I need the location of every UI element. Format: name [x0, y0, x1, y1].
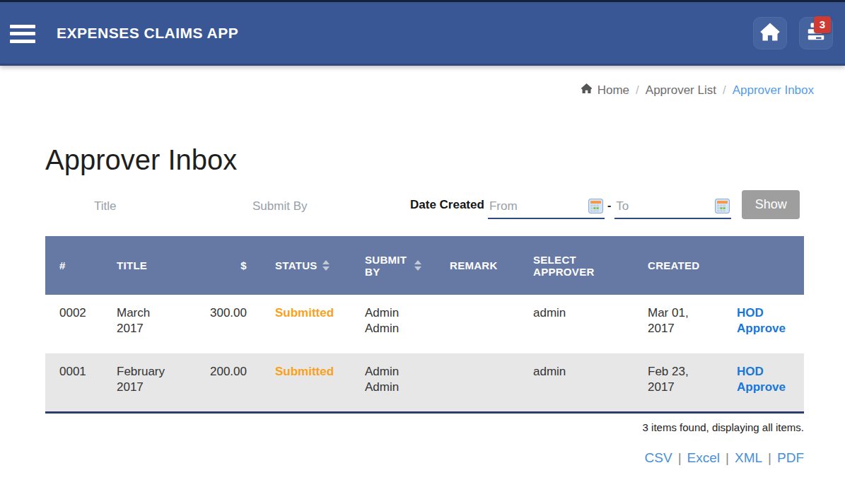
- filter-bar: Date Created -: [93, 190, 804, 219]
- col-header-status[interactable]: STATUS: [261, 236, 351, 295]
- main-content: Approver Inbox Date Created -: [0, 144, 845, 466]
- cell-select-approver: admin: [519, 295, 634, 353]
- export-excel-link[interactable]: Excel: [687, 450, 720, 465]
- notification-badge: 3: [814, 16, 831, 33]
- home-button[interactable]: [753, 17, 787, 49]
- cell-id: 0002: [45, 295, 103, 353]
- hod-approve-link[interactable]: HOD Approve: [737, 306, 786, 335]
- breadcrumb: Home / Approver List / Approver Inbox: [0, 66, 845, 98]
- col-header-status-label: STATUS: [275, 259, 317, 271]
- export-pdf-link[interactable]: PDF: [777, 450, 804, 465]
- calendar-icon[interactable]: [588, 199, 603, 213]
- cell-created: Mar 01, 2017: [634, 295, 723, 353]
- col-header-id: #: [45, 236, 103, 295]
- header-actions: 3: [753, 17, 833, 49]
- breadcrumb-current: Approver Inbox: [733, 83, 814, 98]
- export-separator: |: [672, 450, 687, 465]
- cell-id: 0001: [45, 353, 103, 412]
- breadcrumb-approver-list-link[interactable]: Approver List: [646, 83, 716, 98]
- cell-remark: [436, 353, 519, 412]
- show-button[interactable]: Show: [742, 190, 800, 219]
- page-title: Approver Inbox: [45, 144, 804, 176]
- table-row: 0001 February 2017 200.00 Submitted Admi…: [45, 353, 804, 412]
- col-header-amount: $: [191, 236, 261, 295]
- table-summary: 3 items found, displaying all items.: [45, 421, 804, 433]
- cell-submit-by: Admin Admin: [351, 295, 436, 353]
- app-header: EXPENSES CLAIMS APP 3: [0, 2, 845, 66]
- cell-created: Feb 23, 2017: [634, 353, 723, 412]
- cell-submit-by: Admin Admin: [351, 353, 436, 412]
- col-header-created: CREATED: [634, 236, 723, 295]
- tasks-button[interactable]: 3: [799, 17, 833, 49]
- date-from-input[interactable]: [489, 199, 588, 213]
- date-to-field: [614, 194, 731, 219]
- sort-icon: [322, 260, 330, 271]
- cell-select-approver: admin: [519, 353, 634, 412]
- export-links: CSV|Excel|XML|PDF: [45, 450, 804, 466]
- breadcrumb-home-label: Home: [598, 83, 629, 98]
- sort-icon: [414, 260, 421, 271]
- col-header-remark: REMARK: [436, 236, 519, 295]
- col-header-action: [723, 236, 804, 295]
- date-range-separator: -: [605, 199, 614, 219]
- cell-title: February 2017: [103, 353, 191, 412]
- breadcrumb-home-link[interactable]: Home: [581, 83, 629, 98]
- export-csv-link[interactable]: CSV: [645, 450, 672, 465]
- home-icon: [759, 22, 781, 45]
- cell-title: March 2017: [103, 295, 191, 353]
- title-filter-input[interactable]: [93, 194, 240, 219]
- cell-remark: [436, 295, 519, 353]
- col-header-select-approver: SELECT APPROVER: [519, 236, 634, 295]
- col-header-title: TITLE: [103, 236, 191, 295]
- submit-by-filter-input[interactable]: [251, 194, 398, 219]
- calendar-icon[interactable]: [715, 199, 730, 213]
- hod-approve-link[interactable]: HOD Approve: [737, 365, 786, 394]
- table-row: 0002 March 2017 300.00 Submitted Admin A…: [45, 295, 804, 353]
- date-to-input[interactable]: [616, 199, 715, 213]
- table-header-row: # TITLE $ STATUS SUBMIT BY REMARK SELE: [45, 236, 804, 295]
- home-icon: [581, 83, 593, 98]
- breadcrumb-separator: /: [636, 83, 639, 98]
- cell-status: Submitted: [261, 353, 351, 412]
- cell-status: Submitted: [261, 295, 351, 353]
- export-separator: |: [720, 450, 735, 465]
- approver-inbox-table: # TITLE $ STATUS SUBMIT BY REMARK SELE: [45, 236, 804, 414]
- date-from-field: [488, 194, 605, 219]
- export-separator: |: [762, 450, 777, 465]
- col-header-submit-by[interactable]: SUBMIT BY: [351, 236, 436, 295]
- breadcrumb-separator: /: [723, 83, 726, 98]
- cell-amount: 200.00: [191, 353, 261, 412]
- date-created-label: Date Created: [410, 198, 488, 219]
- col-header-submit-by-label: SUBMIT BY: [365, 254, 409, 278]
- menu-icon[interactable]: [10, 25, 35, 43]
- app-title: EXPENSES CLAIMS APP: [57, 25, 238, 42]
- cell-amount: 300.00: [191, 295, 261, 353]
- export-xml-link[interactable]: XML: [735, 450, 762, 465]
